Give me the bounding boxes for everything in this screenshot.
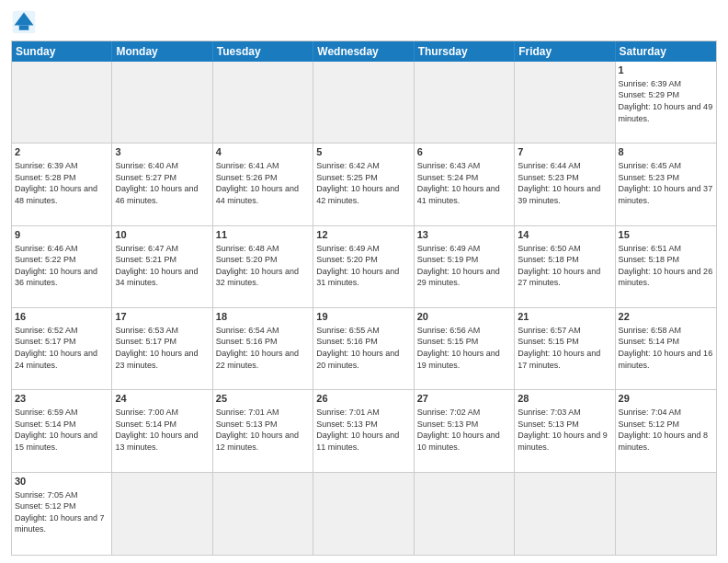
- cell-info: Sunrise: 7:01 AMSunset: 5:13 PMDaylight:…: [316, 407, 410, 453]
- calendar: SundayMondayTuesdayWednesdayThursdayFrid…: [11, 40, 717, 556]
- empty-cell: [112, 473, 212, 555]
- logo-icon: [11, 9, 37, 35]
- cell-date: 12: [316, 228, 410, 242]
- day-cell-7: 7Sunrise: 6:44 AMSunset: 5:23 PMDaylight…: [515, 144, 615, 225]
- cell-info: Sunrise: 6:46 AMSunset: 5:22 PMDaylight:…: [15, 243, 108, 289]
- cell-date: 25: [216, 392, 310, 406]
- empty-cell: [213, 473, 313, 555]
- cell-info: Sunrise: 6:56 AMSunset: 5:15 PMDaylight:…: [417, 325, 511, 371]
- cell-info: Sunrise: 6:59 AMSunset: 5:14 PMDaylight:…: [15, 407, 108, 453]
- cell-info: Sunrise: 7:05 AMSunset: 5:12 PMDaylight:…: [15, 489, 108, 535]
- cell-info: Sunrise: 6:49 AMSunset: 5:19 PMDaylight:…: [417, 243, 511, 289]
- day-cell-1: 1Sunrise: 6:39 AMSunset: 5:29 PMDaylight…: [616, 62, 716, 144]
- empty-cell: [515, 473, 615, 555]
- cell-date: 21: [518, 310, 611, 324]
- day-cell-24: 24Sunrise: 7:00 AMSunset: 5:14 PMDayligh…: [112, 390, 212, 472]
- cell-date: 10: [115, 228, 209, 242]
- cell-info: Sunrise: 6:55 AMSunset: 5:16 PMDaylight:…: [316, 325, 410, 371]
- day-cell-8: 8Sunrise: 6:45 AMSunset: 5:23 PMDaylight…: [616, 144, 716, 225]
- empty-cell: [515, 62, 615, 144]
- cell-date: 1: [619, 63, 713, 77]
- day-cell-9: 9Sunrise: 6:46 AMSunset: 5:22 PMDaylight…: [12, 226, 112, 308]
- empty-cell: [112, 62, 212, 144]
- day-cell-11: 11Sunrise: 6:48 AMSunset: 5:20 PMDayligh…: [213, 226, 313, 308]
- svg-rect-2: [19, 26, 29, 30]
- cell-date: 28: [518, 392, 611, 406]
- day-cell-26: 26Sunrise: 7:01 AMSunset: 5:13 PMDayligh…: [313, 390, 414, 472]
- day-headers: SundayMondayTuesdayWednesdayThursdayFrid…: [12, 41, 716, 62]
- day-cell-19: 19Sunrise: 6:55 AMSunset: 5:16 PMDayligh…: [313, 308, 414, 390]
- cell-date: 18: [216, 310, 310, 324]
- empty-cell: [415, 62, 515, 144]
- cell-info: Sunrise: 6:48 AMSunset: 5:20 PMDaylight:…: [216, 243, 310, 289]
- cell-date: 7: [518, 145, 611, 159]
- day-cell-5: 5Sunrise: 6:42 AMSunset: 5:25 PMDaylight…: [313, 144, 414, 225]
- cell-date: 30: [15, 475, 108, 488]
- cell-info: Sunrise: 6:52 AMSunset: 5:17 PMDaylight:…: [15, 325, 108, 371]
- empty-cell: [616, 473, 716, 555]
- day-cell-23: 23Sunrise: 6:59 AMSunset: 5:14 PMDayligh…: [12, 390, 112, 472]
- day-header-saturday: Saturday: [616, 41, 716, 62]
- cell-date: 15: [619, 228, 713, 242]
- day-cell-20: 20Sunrise: 6:56 AMSunset: 5:15 PMDayligh…: [415, 308, 515, 390]
- cell-date: 19: [316, 310, 410, 324]
- day-cell-12: 12Sunrise: 6:49 AMSunset: 5:20 PMDayligh…: [313, 226, 414, 308]
- day-cell-16: 16Sunrise: 6:52 AMSunset: 5:17 PMDayligh…: [12, 308, 112, 390]
- day-cell-14: 14Sunrise: 6:50 AMSunset: 5:18 PMDayligh…: [515, 226, 615, 308]
- cell-info: Sunrise: 6:44 AMSunset: 5:23 PMDaylight:…: [518, 160, 611, 206]
- day-cell-28: 28Sunrise: 7:03 AMSunset: 5:13 PMDayligh…: [515, 390, 615, 472]
- cell-date: 6: [417, 145, 511, 159]
- day-header-friday: Friday: [515, 41, 615, 62]
- day-cell-27: 27Sunrise: 7:02 AMSunset: 5:13 PMDayligh…: [415, 390, 515, 472]
- cell-info: Sunrise: 7:04 AMSunset: 5:12 PMDaylight:…: [619, 407, 713, 453]
- cell-info: Sunrise: 6:54 AMSunset: 5:16 PMDaylight:…: [216, 325, 310, 371]
- empty-cell: [12, 62, 112, 144]
- cell-date: 29: [619, 392, 713, 406]
- cell-date: 4: [216, 145, 310, 159]
- cell-info: Sunrise: 7:02 AMSunset: 5:13 PMDaylight:…: [417, 407, 511, 453]
- cell-info: Sunrise: 6:43 AMSunset: 5:24 PMDaylight:…: [417, 160, 511, 206]
- cell-info: Sunrise: 6:50 AMSunset: 5:18 PMDaylight:…: [518, 243, 611, 289]
- day-cell-22: 22Sunrise: 6:58 AMSunset: 5:14 PMDayligh…: [616, 308, 716, 390]
- cell-info: Sunrise: 6:41 AMSunset: 5:26 PMDaylight:…: [216, 160, 310, 206]
- day-header-tuesday: Tuesday: [213, 41, 313, 62]
- cell-date: 24: [115, 392, 209, 406]
- cell-date: 11: [216, 228, 310, 242]
- cell-info: Sunrise: 6:47 AMSunset: 5:21 PMDaylight:…: [115, 243, 209, 289]
- cell-date: 2: [15, 145, 108, 159]
- cell-info: Sunrise: 6:51 AMSunset: 5:18 PMDaylight:…: [619, 243, 713, 289]
- day-header-thursday: Thursday: [415, 41, 515, 62]
- cell-info: Sunrise: 6:45 AMSunset: 5:23 PMDaylight:…: [619, 160, 713, 206]
- empty-cell: [313, 473, 414, 555]
- cell-info: Sunrise: 6:57 AMSunset: 5:15 PMDaylight:…: [518, 325, 611, 371]
- empty-cell: [213, 62, 313, 144]
- day-cell-21: 21Sunrise: 6:57 AMSunset: 5:15 PMDayligh…: [515, 308, 615, 390]
- cell-date: 27: [417, 392, 511, 406]
- cell-date: 23: [15, 392, 108, 406]
- cell-info: Sunrise: 7:01 AMSunset: 5:13 PMDaylight:…: [216, 407, 310, 453]
- day-header-wednesday: Wednesday: [313, 41, 414, 62]
- cell-info: Sunrise: 6:39 AMSunset: 5:28 PMDaylight:…: [15, 160, 108, 206]
- header: [11, 9, 717, 35]
- day-header-monday: Monday: [112, 41, 212, 62]
- cell-info: Sunrise: 7:00 AMSunset: 5:14 PMDaylight:…: [115, 407, 209, 453]
- day-cell-17: 17Sunrise: 6:53 AMSunset: 5:17 PMDayligh…: [112, 308, 212, 390]
- day-cell-6: 6Sunrise: 6:43 AMSunset: 5:24 PMDaylight…: [415, 144, 515, 225]
- cell-date: 22: [619, 310, 713, 324]
- day-cell-3: 3Sunrise: 6:40 AMSunset: 5:27 PMDaylight…: [112, 144, 212, 225]
- day-cell-18: 18Sunrise: 6:54 AMSunset: 5:16 PMDayligh…: [213, 308, 313, 390]
- day-cell-29: 29Sunrise: 7:04 AMSunset: 5:12 PMDayligh…: [616, 390, 716, 472]
- cell-info: Sunrise: 7:03 AMSunset: 5:13 PMDaylight:…: [518, 407, 611, 453]
- cell-date: 16: [15, 310, 108, 324]
- cell-info: Sunrise: 6:58 AMSunset: 5:14 PMDaylight:…: [619, 325, 713, 371]
- cell-info: Sunrise: 6:42 AMSunset: 5:25 PMDaylight:…: [316, 160, 410, 206]
- day-cell-10: 10Sunrise: 6:47 AMSunset: 5:21 PMDayligh…: [112, 226, 212, 308]
- cell-info: Sunrise: 6:39 AMSunset: 5:29 PMDaylight:…: [619, 78, 713, 124]
- cell-date: 5: [316, 145, 410, 159]
- cell-info: Sunrise: 6:49 AMSunset: 5:20 PMDaylight:…: [316, 243, 410, 289]
- empty-cell: [313, 62, 414, 144]
- cell-date: 3: [115, 145, 209, 159]
- day-header-sunday: Sunday: [12, 41, 112, 62]
- cell-info: Sunrise: 6:53 AMSunset: 5:17 PMDaylight:…: [115, 325, 209, 371]
- day-cell-2: 2Sunrise: 6:39 AMSunset: 5:28 PMDaylight…: [12, 144, 112, 225]
